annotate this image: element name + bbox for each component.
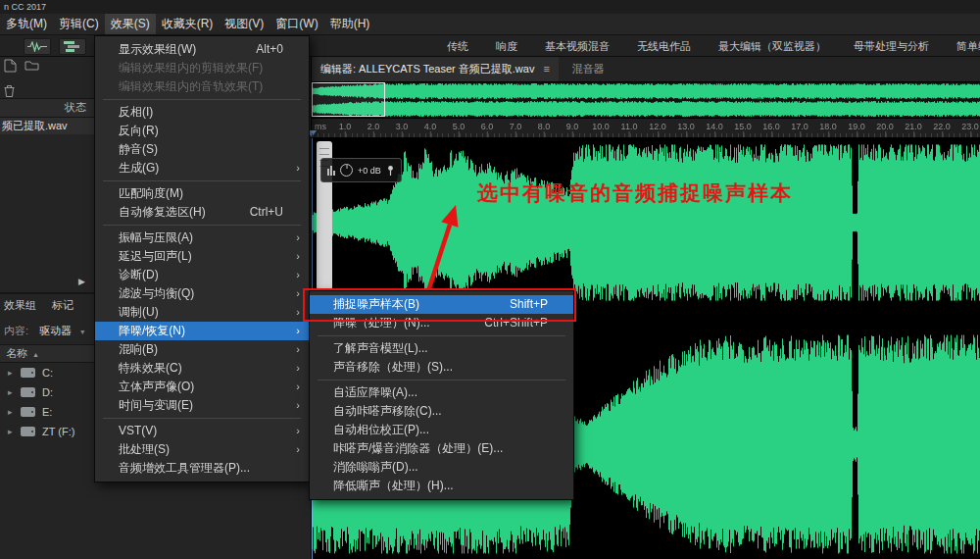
menu-item[interactable]: 匹配响度(M) bbox=[95, 184, 309, 203]
overview-strip[interactable] bbox=[312, 82, 980, 119]
ruler-tick-label: 12.0 bbox=[649, 122, 666, 131]
tab-effects-rack[interactable]: 效果组 bbox=[4, 298, 36, 313]
menu-item[interactable]: 滤波与均衡(Q)› bbox=[95, 284, 309, 303]
workspace-tab[interactable]: 传统 bbox=[447, 39, 468, 54]
files-panel-toolbar bbox=[4, 59, 39, 73]
status-column-header[interactable]: 状态 bbox=[65, 99, 86, 116]
submenu-arrow-icon: › bbox=[296, 340, 300, 359]
menu-item[interactable]: 显示效果组(W)Alt+0 bbox=[95, 40, 309, 59]
workspace-tab[interactable]: 响度 bbox=[496, 39, 517, 54]
menu-item[interactable]: 特殊效果(C)› bbox=[95, 359, 309, 378]
menu-item[interactable]: 批处理(S)› bbox=[95, 440, 309, 459]
open-folder-icon[interactable] bbox=[24, 59, 39, 71]
menubar-item[interactable]: 收藏夹(R) bbox=[156, 14, 220, 34]
menu-separator bbox=[103, 180, 301, 181]
menu-item[interactable]: 诊断(D)› bbox=[95, 266, 309, 284]
menu-item[interactable]: 自动相位校正(P)... bbox=[310, 421, 573, 439]
menu-item[interactable]: 音频增效工具管理器(P)... bbox=[95, 459, 309, 478]
menu-item[interactable]: 咔嗒声/爆音消除器（处理）(E)... bbox=[310, 439, 573, 458]
workspace-tab[interactable]: 母带处理与分析 bbox=[854, 39, 929, 54]
ruler-tick-label: 11.0 bbox=[621, 122, 638, 131]
lower-panel-tabs: 效果组 标记 bbox=[4, 298, 74, 313]
menu-separator bbox=[103, 99, 301, 100]
workspace-tabs: 传统响度基本视频混音无线电作品最大编辑（双监视器）母带处理与分析简单编辑 bbox=[447, 35, 980, 57]
menu-item[interactable]: 反向(R) bbox=[95, 122, 309, 140]
menu-item[interactable]: 自适应降噪(A)... bbox=[310, 383, 573, 402]
menu-item[interactable]: 立体声声像(O)› bbox=[95, 378, 309, 396]
content-label: 内容: bbox=[4, 325, 28, 336]
tab-mixer[interactable]: 混音器 bbox=[559, 57, 618, 81]
tab-markers[interactable]: 标记 bbox=[52, 298, 74, 313]
menu-item[interactable]: 降低嘶声（处理）(H)... bbox=[310, 477, 573, 495]
timeline-ruler[interactable]: ms 1.02.03.04.05.06.07.08.09.010.011.012… bbox=[312, 119, 980, 138]
media-browser-content-row: 内容: 驱动器 ▾ bbox=[4, 324, 84, 338]
waveform-view-button[interactable] bbox=[24, 38, 51, 55]
play-icon[interactable]: ▶ bbox=[78, 277, 85, 286]
menu-item[interactable]: 延迟与回声(L)› bbox=[95, 247, 309, 266]
hud-db-value[interactable]: +0 dB bbox=[358, 166, 381, 176]
ruler-tick-label: 14.0 bbox=[706, 122, 723, 131]
tree-chevron-icon[interactable]: ▸ bbox=[8, 368, 21, 378]
menu-item[interactable]: 生成(G)› bbox=[95, 159, 309, 178]
menu-separator bbox=[318, 380, 565, 381]
menu-item: 编辑效果组内的剪辑效果(F) bbox=[95, 59, 309, 77]
tree-chevron-icon[interactable]: ▸ bbox=[8, 407, 21, 417]
menu-item[interactable]: 振幅与压限(A)› bbox=[95, 229, 309, 247]
overview-selection[interactable] bbox=[312, 82, 385, 117]
workspace-tab[interactable]: 无线电作品 bbox=[637, 39, 691, 54]
panel-menu-icon[interactable]: ≡ bbox=[543, 57, 549, 81]
drive-label: D: bbox=[42, 386, 53, 398]
menu-item[interactable]: 声音移除（处理）(S)... bbox=[310, 358, 573, 377]
submenu-arrow-icon: › bbox=[296, 159, 300, 178]
menubar-item[interactable]: 效果(S) bbox=[105, 14, 156, 34]
menubar-item[interactable]: 多轨(M) bbox=[0, 14, 53, 34]
tree-chevron-icon[interactable]: ▸ bbox=[8, 427, 21, 436]
submenu-arrow-icon: › bbox=[296, 247, 300, 266]
menu-item[interactable]: 自动修复选区(H)Ctrl+U bbox=[95, 203, 309, 222]
trash-icon[interactable] bbox=[4, 84, 15, 97]
ruler-tick-label: 20.0 bbox=[876, 122, 894, 131]
menu-item[interactable]: 静音(S) bbox=[95, 140, 309, 159]
submenu-arrow-icon: › bbox=[296, 440, 300, 459]
content-dropdown[interactable]: 驱动器 bbox=[39, 325, 72, 336]
ruler-tick-label: 23.0 bbox=[961, 122, 979, 131]
ruler-tick-label: 19.0 bbox=[848, 122, 865, 131]
workspace-tab[interactable]: 基本视频混音 bbox=[545, 39, 610, 54]
menu-item[interactable]: 消除嗡嗡声(D)... bbox=[310, 458, 573, 477]
editor-tabbar: 编辑器: ALLEYCATS Teaser 音频已提取.wav ≡ 混音器 bbox=[312, 57, 980, 82]
menu-item[interactable]: 反相(I) bbox=[95, 103, 309, 122]
menubar-item[interactable]: 视图(V) bbox=[219, 14, 270, 34]
menu-item[interactable]: 了解声音模型(L)... bbox=[310, 339, 573, 358]
editor-tab-label: 编辑器: ALLEYCATS Teaser 音频已提取.wav bbox=[320, 57, 534, 81]
window-title: n CC 2017 bbox=[4, 2, 46, 12]
menu-item[interactable]: 混响(B)› bbox=[95, 340, 309, 359]
menubar-item[interactable]: 帮助(H) bbox=[324, 14, 376, 34]
overview-waveform-canvas[interactable] bbox=[312, 82, 980, 119]
submenu-arrow-icon: › bbox=[296, 303, 300, 322]
menubar-item[interactable]: 窗口(W) bbox=[270, 14, 323, 34]
pin-icon[interactable] bbox=[386, 165, 395, 177]
drive-label: C: bbox=[42, 367, 53, 379]
tab-editor[interactable]: 编辑器: ALLEYCATS Teaser 音频已提取.wav ≡ bbox=[312, 57, 559, 81]
menu-item[interactable]: 自动咔嗒声移除(C)... bbox=[310, 402, 573, 421]
workspace-tab[interactable]: 最大编辑（双监视器） bbox=[718, 39, 826, 54]
app-window: n CC 2017 多轨(M)剪辑(C)效果(S)收藏夹(R)视图(V)窗口(W… bbox=[0, 0, 980, 559]
menu-item[interactable]: VST(V)› bbox=[95, 422, 309, 440]
workspace-tab[interactable]: 简单编辑 bbox=[956, 39, 980, 54]
volume-hud[interactable]: +0 dB bbox=[320, 158, 402, 182]
menu-item[interactable]: 时间与变调(E)› bbox=[95, 396, 309, 415]
menu-item[interactable]: 降噪/恢复(N)› bbox=[95, 322, 309, 340]
import-file-icon[interactable] bbox=[4, 59, 17, 73]
multitrack-view-button[interactable] bbox=[59, 38, 86, 55]
drive-icon bbox=[21, 368, 35, 378]
menubar-item[interactable]: 剪辑(C) bbox=[53, 14, 105, 34]
ruler-tick-label: 3.0 bbox=[396, 122, 409, 131]
menu-item[interactable]: 调制(U)› bbox=[95, 303, 309, 322]
annotation-arrow-icon bbox=[407, 193, 485, 301]
drive-icon bbox=[21, 407, 35, 417]
tree-chevron-icon[interactable]: ▸ bbox=[8, 387, 21, 397]
volume-knob-icon[interactable] bbox=[340, 164, 353, 177]
ruler-tick-label: 17.0 bbox=[791, 122, 808, 131]
submenu-arrow-icon: › bbox=[296, 266, 300, 284]
drive-icon bbox=[21, 427, 35, 436]
